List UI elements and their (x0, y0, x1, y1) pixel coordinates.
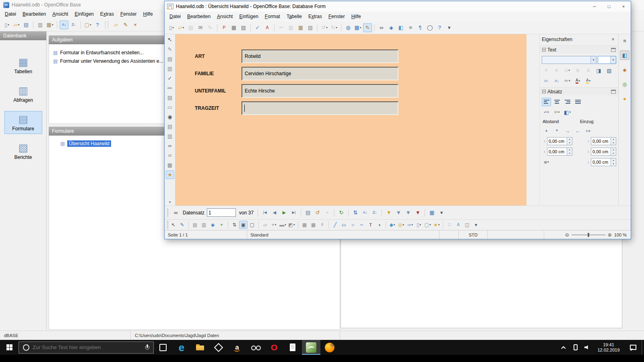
task-view-button[interactable] (154, 340, 172, 355)
spinner-value[interactable]: 0,00 cm (591, 148, 611, 156)
character-spacing-dropdown-icon[interactable]: AV▾ (563, 77, 572, 85)
delete-record-icon[interactable]: × (323, 208, 332, 217)
align-justify-icon[interactable] (573, 98, 582, 106)
menu-fenster[interactable]: Fenster (117, 10, 140, 18)
zoom-out-icon[interactable] (565, 232, 569, 238)
label-field-icon[interactable]: ABC (166, 84, 174, 92)
menu-einfügen[interactable]: Einfügen (236, 13, 261, 20)
menu-tabelle[interactable]: Tabelle (283, 13, 305, 20)
save-icon[interactable]: ▤ (186, 23, 195, 32)
paragraph-background-icon[interactable]: ◧▾ (563, 108, 572, 117)
spin-up-icon[interactable] (611, 148, 616, 152)
ellipse-icon[interactable]: ○ (349, 221, 357, 229)
increase-spacing-icon[interactable]: ▲ (542, 127, 551, 135)
combo-box-icon[interactable]: ▥ (166, 132, 174, 140)
menu-datei[interactable]: Datei (2, 10, 19, 18)
form-based-filter-icon[interactable]: ▼ (404, 208, 413, 217)
taskbar-firefox-icon[interactable] (320, 340, 339, 355)
strikethrough-icon[interactable]: S (573, 66, 582, 75)
auto-control-focus-icon[interactable]: ▢ (248, 221, 256, 229)
redo-icon[interactable]: ↻▾ (330, 23, 339, 32)
image-control-icon[interactable]: ▨ (166, 93, 174, 102)
maximize-button[interactable]: □ (602, 1, 616, 12)
spacing-above-spinner[interactable]: 0,00 cm (542, 137, 572, 145)
menu-ansicht[interactable]: Ansicht (49, 10, 71, 18)
text-box-icon[interactable]: ab (166, 142, 174, 150)
designbar-overflow-icon[interactable]: ▾ (472, 221, 480, 229)
design-mode-toggle-icon[interactable]: ✎ (178, 221, 186, 229)
increase-indent-icon[interactable]: → (563, 127, 572, 135)
action-center-button[interactable] (625, 340, 642, 355)
activation-order-icon[interactable]: ⇅ (230, 221, 239, 229)
sidebar-item-tabellen[interactable]: ▦Tabellen (4, 54, 42, 77)
callouts-icon[interactable]: ▢▾ (423, 221, 432, 229)
record-number-input[interactable] (207, 208, 236, 217)
menu-hilfe[interactable]: Hilfe (140, 10, 156, 18)
font-color-icon[interactable]: A▾ (573, 77, 582, 85)
refresh-icon[interactable]: ↻ (337, 208, 346, 217)
save-icon[interactable]: ▤ (22, 21, 31, 29)
wizards-icon[interactable]: ★ (166, 171, 174, 179)
autospellcheck-icon[interactable]: A (263, 23, 272, 32)
form-navigator-icon[interactable]: ◈ (208, 221, 217, 229)
recordbar-overflow-icon[interactable]: ▾ (437, 208, 446, 217)
collapse-icon[interactable] (542, 48, 546, 51)
taskbar-opera-icon[interactable] (265, 340, 283, 355)
underline-icon[interactable]: U▾ (563, 66, 572, 75)
character-dialog-icon[interactable]: ▧ (605, 66, 614, 75)
gallery-icon[interactable]: ◧ (396, 23, 405, 32)
flowchart-icon[interactable]: ▯▾ (415, 221, 423, 229)
copy-icon[interactable]: ▥ (36, 21, 45, 29)
shadow-icon[interactable]: A (584, 66, 593, 75)
search-input[interactable] (33, 344, 142, 350)
arrange-icon[interactable]: ◩▾ (287, 221, 296, 229)
menu-bearbeiten[interactable]: Bearbeiten (184, 13, 214, 20)
help-icon[interactable]: ? (435, 23, 444, 32)
menu-hilfe[interactable]: Hilfe (348, 13, 364, 20)
alignment-icon[interactable]: ▬▾ (279, 221, 287, 229)
collapse-icon[interactable] (542, 90, 546, 93)
control-properties-icon[interactable]: ▤ (191, 221, 199, 229)
taskbar-search-box[interactable] (19, 341, 154, 354)
find-replace-icon[interactable]: ∞ (377, 23, 386, 32)
zoom-slider-thumb[interactable] (588, 233, 589, 237)
menu-ansicht[interactable]: Ansicht (214, 13, 236, 20)
line-icon[interactable]: ╱ (331, 221, 339, 229)
snap-to-grid-icon[interactable]: ▦ (309, 221, 318, 229)
first-line-indent-spinner[interactable]: 0,00 cm (586, 158, 616, 166)
character-spacing-icon[interactable]: ◨ (594, 66, 603, 75)
export-pdf-icon[interactable]: P (220, 23, 229, 32)
properties-deck-icon[interactable]: ◧ (620, 50, 630, 60)
spinner-value[interactable]: 0,00 cm (591, 158, 611, 166)
spin-down-icon[interactable] (567, 152, 572, 155)
cut-icon[interactable]: ✂ (277, 23, 286, 32)
toolbar-overflow-icon[interactable]: ▾ (445, 23, 454, 32)
spin-up-icon[interactable] (567, 138, 572, 141)
table-control-icon[interactable]: ▦ (166, 161, 174, 169)
align-left-icon[interactable] (542, 98, 551, 106)
zoom-slider[interactable] (572, 234, 605, 235)
gallery-deck-icon[interactable]: ◈ (620, 65, 630, 74)
templates-icon[interactable]: ▱▾ (177, 23, 186, 32)
hidden-icons-chevron[interactable] (559, 340, 570, 355)
form-properties-icon[interactable]: ▥ (166, 64, 174, 73)
option-button-icon[interactable]: ◉ (166, 113, 174, 121)
record-search-icon[interactable]: ∞ (171, 208, 180, 217)
decrease-font-icon[interactable]: A↓ (552, 77, 561, 85)
previous-record-icon[interactable]: ◀ (270, 208, 279, 217)
spinner-value[interactable]: 0,00 cm (547, 137, 567, 145)
menu-format[interactable]: Format (262, 13, 283, 20)
hyperlink-icon[interactable]: ◍ (344, 23, 353, 32)
taskbar-openoffice-icon[interactable] (302, 340, 320, 355)
bold-icon[interactable]: F (542, 66, 551, 75)
formatted-field-icon[interactable]: 12 (166, 151, 174, 160)
familie-field[interactable] (242, 67, 398, 80)
taskbar-explorer-icon[interactable] (191, 340, 209, 355)
tragzeit-field[interactable] (242, 101, 398, 115)
taskbar-document-icon[interactable] (283, 340, 302, 355)
close-icon[interactable] (610, 37, 616, 42)
list-box-icon[interactable]: ▤ (166, 122, 174, 131)
spin-up-icon[interactable] (567, 148, 572, 152)
apply-filter-icon[interactable]: ▼ (394, 208, 403, 217)
format-paintbrush-icon[interactable]: ▨ (306, 23, 315, 32)
